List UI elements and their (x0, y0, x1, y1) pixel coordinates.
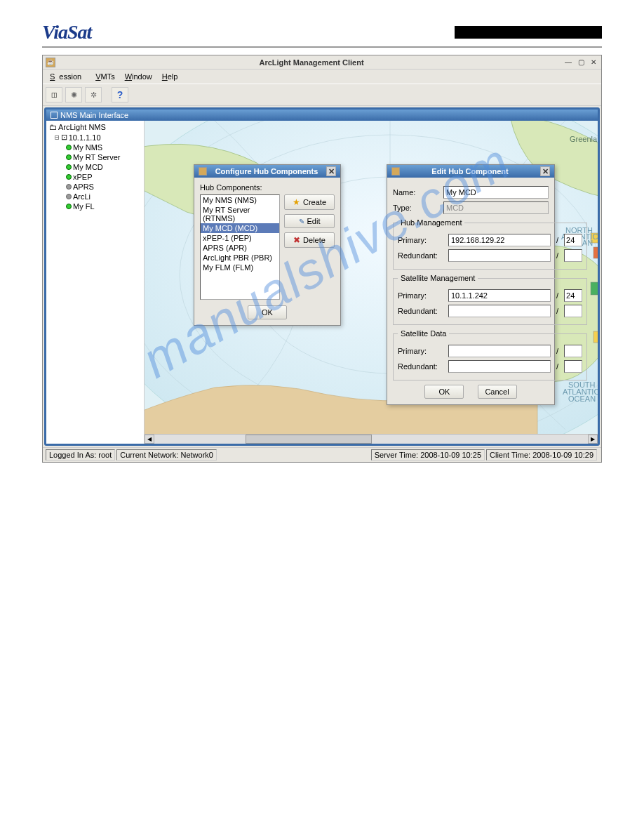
tree-item[interactable]: APRS (48, 182, 142, 192)
hub-redundant-mask-input[interactable] (564, 249, 582, 262)
hub-management-group: Hub Management Primary: / Redundant: (393, 218, 587, 270)
tree-item[interactable]: ArcLi (48, 192, 142, 201)
primary-label: Primary: (398, 291, 444, 300)
inner-title: NMS Main Interface (60, 111, 128, 119)
data-primary-mask-input[interactable] (564, 345, 582, 357)
scroll-right-icon[interactable]: ▶ (588, 435, 598, 444)
delete-button[interactable]: ✖Delete (284, 232, 335, 248)
tree-panel: 🗀 ArcLight NMS ⊟ ⊡ 10.1.1.10 My NMS My R… (46, 121, 145, 444)
sat-redundant-ip-input[interactable] (448, 305, 551, 317)
viasat-logo: ViaSat (42, 21, 91, 44)
data-redundant-ip-input[interactable] (448, 360, 551, 373)
tree-item[interactable]: xPEP (48, 172, 142, 182)
hub-components-list[interactable]: My NMS (NMS) My RT Server (RTNMS) My MCD… (200, 194, 280, 300)
type-label: Type: (393, 204, 439, 212)
data-primary-ip-input[interactable] (448, 345, 551, 357)
primary-label: Primary: (398, 347, 444, 355)
sat-primary-ip-input[interactable] (448, 289, 551, 302)
status-dot-icon (66, 174, 72, 180)
star-icon: ★ (293, 197, 300, 207)
sat-redundant-mask-input[interactable] (564, 305, 582, 317)
cancel-button[interactable]: Cancel (478, 385, 517, 399)
dialog-title: Configure Hub Components (207, 167, 326, 176)
close-button[interactable]: ✕ (589, 58, 598, 67)
x-icon: ✖ (293, 235, 300, 245)
help-icon: ? (117, 89, 123, 100)
group-legend: Satellite Management (398, 274, 478, 282)
edit-button[interactable]: ✎Edit (284, 214, 335, 228)
java-icon (199, 167, 207, 176)
menu-vmts[interactable]: VMTs (91, 71, 119, 82)
data-redundant-mask-input[interactable] (564, 360, 582, 373)
menu-window[interactable]: Window (121, 71, 156, 82)
toolbar-btn-3[interactable]: ✲ (85, 87, 102, 102)
tree-ip[interactable]: ⊟ ⊡ 10.1.1.10 (48, 132, 142, 143)
net-icon: ⊡ (61, 133, 67, 142)
name-input[interactable] (443, 186, 549, 199)
ok-button[interactable]: OK (424, 385, 464, 399)
list-item[interactable]: APRS (APR) (201, 243, 279, 253)
scrollbar-thumb[interactable] (246, 435, 372, 444)
dialog-titlebar[interactable]: Configure Hub Components ✕ (194, 165, 340, 178)
status-dot-icon (66, 204, 72, 209)
hub-components-label: Hub Components: (200, 183, 335, 192)
list-item[interactable]: xPEP-1 (PEP) (201, 233, 279, 243)
gear-icon: ✺ (71, 91, 77, 100)
expand-icon[interactable]: ⊟ (55, 133, 60, 142)
satellite-management-group: Satellite Management Primary: / Redundan… (393, 274, 587, 325)
svg-rect-6 (591, 282, 598, 295)
close-icon[interactable]: ✕ (326, 166, 336, 176)
tree-root[interactable]: 🗀 ArcLight NMS (48, 122, 142, 132)
create-button[interactable]: ★Create (284, 194, 335, 210)
name-label: Name: (393, 188, 439, 197)
sat-primary-mask-input[interactable] (564, 289, 582, 302)
close-icon[interactable]: ✕ (540, 166, 550, 176)
svg-rect-5 (593, 247, 598, 258)
status-dot-icon (66, 164, 72, 170)
hub-primary-ip-input[interactable] (448, 234, 551, 246)
edit-hub-dialog: Edit Hub Component ✕ Name: Type: (387, 164, 555, 405)
list-item[interactable]: My NMS (NMS) (201, 195, 279, 205)
list-item[interactable]: My FLM (FLM) (201, 263, 279, 272)
svg-text:OCEAN: OCEAN (568, 395, 596, 403)
frame-icon (51, 112, 58, 119)
list-item[interactable]: My MCD (MCD) (201, 223, 279, 233)
menu-help[interactable]: Help (158, 71, 182, 82)
status-dot-icon (66, 145, 72, 150)
toolbar-btn-2[interactable]: ✺ (65, 87, 82, 102)
list-item[interactable]: My RT Server (RTNMS) (201, 205, 279, 223)
status-network: Current Network: Network0 (116, 449, 217, 461)
minimize-button[interactable]: — (563, 58, 573, 67)
status-dot-icon (66, 184, 72, 190)
list-item[interactable]: ArcLight PBR (PBR) (201, 253, 279, 263)
hub-redundant-ip-input[interactable] (448, 249, 551, 262)
toolbar-btn-1[interactable]: ◫ (46, 87, 62, 102)
java-icon: ☕ (46, 58, 55, 67)
inner-titlebar: NMS Main Interface (46, 110, 598, 121)
ok-button[interactable]: OK (248, 305, 287, 319)
map-panel[interactable]: NORTH PACIFIC OCEAN SOUTH ATLANTIC OCEAN… (145, 121, 598, 444)
status-dot-icon (66, 154, 72, 160)
window-title: ArcLight Management Client (60, 58, 563, 67)
maximize-button[interactable]: ▢ (576, 58, 586, 67)
dialog-title: Edit Hub Component (400, 167, 540, 176)
toolbar-help-btn[interactable]: ? (112, 87, 128, 102)
group-legend: Hub Management (398, 218, 464, 227)
tree-item[interactable]: My NMS (48, 143, 142, 152)
scroll-left-icon[interactable]: ◀ (145, 435, 154, 444)
horizontal-scrollbar[interactable]: ◀ ▶ (145, 434, 598, 444)
hub-primary-mask-input[interactable] (564, 234, 582, 246)
status-client-time: Client Time: 2008-10-09 10:29 (486, 449, 597, 461)
tree-item[interactable]: My MCD (48, 162, 142, 172)
svg-text:Greenland: Greenland (570, 135, 598, 143)
gear2-icon: ✲ (90, 91, 97, 100)
statusbar: Logged In As: root Current Network: Netw… (43, 447, 601, 462)
menu-session[interactable]: Session (46, 71, 90, 82)
group-legend: Satellite Data (398, 329, 449, 338)
redundant-label: Redundant: (398, 307, 444, 315)
tree-item[interactable]: My FL (48, 201, 142, 211)
dialog-titlebar[interactable]: Edit Hub Component ✕ (387, 165, 554, 178)
menubar: Session VMTs Window Help (43, 70, 601, 84)
tree-item[interactable]: My RT Server (48, 152, 142, 162)
svg-rect-8 (593, 331, 598, 343)
